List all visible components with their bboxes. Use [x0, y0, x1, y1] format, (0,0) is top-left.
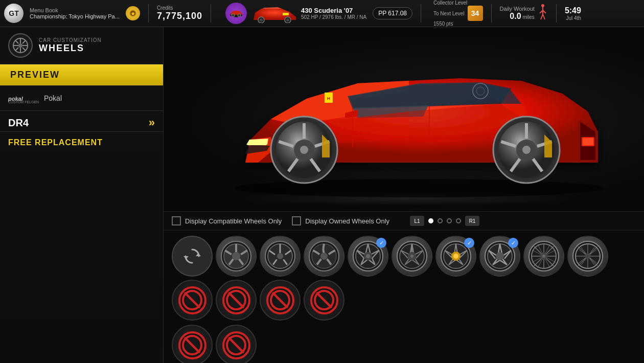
no-entry-icon — [178, 286, 206, 314]
compatible-wheels-label: Display Compatible Wheels Only — [185, 217, 282, 225]
svg-point-10 — [541, 4, 544, 7]
svg-line-23 — [22, 48, 26, 51]
no-entry-icon — [222, 286, 250, 314]
cust-title: WHEELS — [39, 43, 102, 54]
credits-value: 7,775,100 — [157, 11, 202, 21]
preview-button[interactable]: PREVIEW — [0, 64, 163, 86]
wheel-item[interactable]: ✓ — [435, 236, 476, 277]
daily-workout-title: Daily Workout — [500, 6, 535, 12]
wheel-locked[interactable] — [216, 325, 257, 363]
wheel-item[interactable] — [567, 236, 608, 277]
brand-section: pokal CUSTOM FELGEN Pokal — [0, 86, 163, 111]
page-dot-4[interactable] — [456, 218, 461, 223]
svg-rect-9 — [283, 13, 289, 15]
svg-point-8 — [286, 18, 289, 21]
wheel-item[interactable]: ✓ — [348, 236, 388, 277]
r1-nav-button[interactable]: R1 — [465, 216, 479, 226]
svg-point-46 — [522, 146, 531, 154]
gt-logo: GT — [4, 4, 24, 23]
svg-rect-30 — [583, 138, 593, 145]
svg-line-161 — [229, 293, 243, 307]
owned-wheels-checkbox[interactable]: Display Owned Wheels Only — [292, 216, 389, 225]
car-type-icon — [225, 3, 247, 24]
car-info: 430 Scuderia '07 502 HP / 2976 lbs. / MR… — [301, 7, 366, 20]
wheel-locked[interactable] — [216, 280, 257, 321]
wheels-row-1: ✓ — [172, 236, 636, 321]
pokal-logo: pokal CUSTOM FELGEN — [8, 93, 39, 103]
svg-point-76 — [320, 253, 328, 260]
car-preview: H — [164, 27, 644, 211]
svg-line-165 — [317, 293, 331, 307]
wheel-locked[interactable] — [260, 280, 301, 321]
no-entry-icon — [266, 286, 294, 314]
model-navigate-icon[interactable]: » — [149, 116, 155, 129]
car-specs: 502 HP / 2976 lbs. / MR / NA — [301, 14, 366, 20]
wheel-item[interactable] — [260, 236, 301, 277]
menu-book-title: Menu Book — [30, 7, 120, 13]
time-block: 5:49 Jul 4th — [565, 6, 581, 21]
credits-block: Credits 7,775,100 — [157, 5, 202, 21]
svg-point-144 — [542, 255, 545, 258]
svg-point-59 — [232, 252, 240, 260]
svg-point-67 — [277, 253, 283, 259]
wheel-selected-check: ✓ — [376, 238, 386, 248]
owned-checkbox-box[interactable] — [292, 216, 301, 225]
svg-text:CUSTOM FELGEN: CUSTOM FELGEN — [8, 100, 39, 103]
svg-point-28 — [235, 179, 603, 197]
collector-pts: 1550 pts — [433, 21, 483, 27]
wheel-item[interactable] — [523, 236, 564, 277]
wheel-item[interactable] — [304, 236, 344, 277]
collector-block: Collector Level To Next Level 34 1550 pt… — [433, 0, 483, 27]
top-bar: GT Menu Book Championship: Tokyo Highway… — [0, 0, 644, 27]
svg-line-22 — [15, 40, 19, 44]
svg-line-169 — [229, 338, 243, 352]
car-icon-block: 430 Scuderia '07 502 HP / 2976 lbs. / MR… — [225, 3, 366, 24]
brand-label: Pokal — [44, 94, 62, 102]
svg-line-25 — [15, 48, 19, 51]
wheel-item[interactable]: ✓ — [479, 236, 520, 277]
model-row: DR4 » — [0, 111, 163, 132]
svg-line-159 — [186, 293, 199, 307]
owned-wheels-label: Display Owned Wheels Only — [305, 217, 389, 225]
refresh-wheel-button[interactable] — [172, 236, 213, 277]
svg-line-24 — [22, 40, 26, 44]
left-panel: CAR CUSTOMIZATION WHEELS PREVIEW pokal C… — [0, 27, 164, 363]
wheel-item[interactable] — [392, 236, 432, 277]
wheel-selected-check: ✓ — [508, 238, 518, 248]
svg-point-158 — [183, 291, 201, 309]
page-dot-1[interactable] — [428, 218, 433, 223]
no-entry-icon — [310, 286, 338, 314]
page-dot-2[interactable] — [438, 218, 443, 223]
svg-text:★: ★ — [131, 11, 135, 16]
svg-line-163 — [273, 293, 287, 307]
wheel-locked[interactable] — [172, 325, 213, 363]
menu-book-sub: Championship: Tokyo Highway Pa... — [30, 13, 120, 19]
svg-point-105 — [410, 255, 413, 258]
collector-title: Collector Level — [433, 0, 483, 6]
compatible-wheels-checkbox[interactable]: Display Compatible Wheels Only — [172, 216, 282, 225]
svg-line-14 — [541, 14, 543, 19]
svg-text:H: H — [327, 96, 330, 101]
compatible-checkbox-box[interactable] — [172, 216, 181, 225]
no-entry-icon — [222, 331, 250, 359]
svg-point-132 — [496, 252, 504, 260]
car-name: 430 Scuderia '07 — [301, 7, 366, 14]
page-dot-3[interactable] — [447, 218, 452, 223]
right-area: H — [164, 27, 644, 363]
wheel-item[interactable] — [216, 236, 257, 277]
wheel-locked[interactable] — [172, 280, 213, 321]
svg-point-6 — [260, 18, 263, 21]
svg-line-167 — [186, 338, 199, 352]
customization-header: CAR CUSTOMIZATION WHEELS — [0, 27, 163, 64]
svg-marker-56 — [183, 256, 189, 259]
daily-workout-value: 0.0 — [510, 12, 521, 21]
svg-point-156 — [585, 253, 591, 259]
car-preview-image: H — [194, 37, 613, 201]
l1-nav-button[interactable]: L1 — [410, 216, 424, 226]
championship-icon[interactable]: ★ — [126, 6, 140, 20]
wheel-locked[interactable] — [304, 280, 344, 321]
model-name: DR4 — [8, 117, 29, 129]
time-display: 5:49 — [565, 6, 581, 15]
wheel-selected-check: ✓ — [464, 238, 474, 248]
wheels-area: ✓ — [164, 231, 644, 363]
